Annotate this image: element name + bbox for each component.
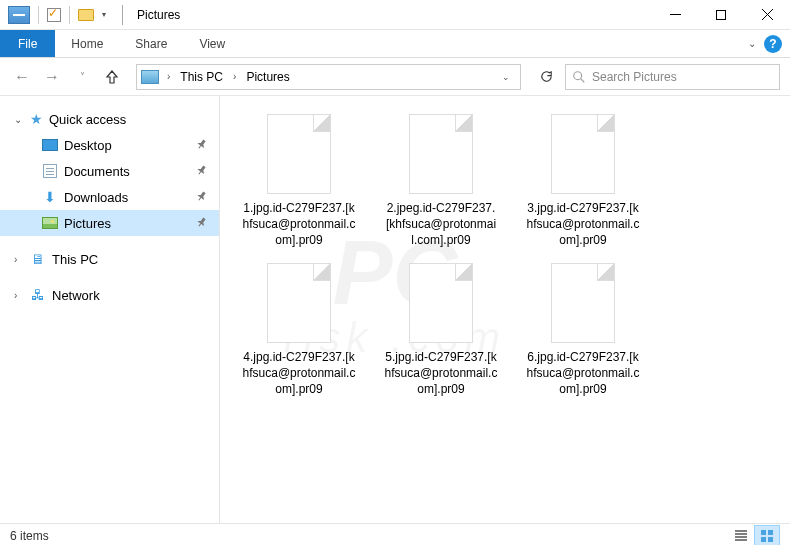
help-icon[interactable]: ? [764, 35, 782, 53]
file-item[interactable]: 2.jpeg.id-C279F237.[khfsuca@protonmail.c… [380, 110, 502, 253]
close-button[interactable] [744, 0, 790, 30]
tab-home[interactable]: Home [55, 30, 119, 57]
pin-icon [196, 216, 207, 231]
document-icon [43, 164, 57, 178]
navigation-pane: ⌄ ★ Quick access Desktop Documents ⬇ Dow… [0, 96, 220, 523]
file-item[interactable]: 1.jpg.id-C279F237.[khfsuca@protonmail.co… [238, 110, 360, 253]
file-item[interactable]: 6.jpg.id-C279F237.[khfsuca@protonmail.co… [522, 259, 644, 402]
pin-icon [196, 138, 207, 153]
sidebar-item-desktop[interactable]: Desktop [0, 132, 219, 158]
details-view-button[interactable] [728, 525, 754, 546]
separator [69, 6, 70, 24]
pictures-icon [42, 217, 58, 229]
status-bar: 6 items [0, 523, 790, 545]
refresh-button[interactable] [533, 64, 559, 90]
sidebar-item-label: Pictures [64, 216, 111, 231]
navigation-bar: ← → ˅ › This PC › Pictures ⌄ Search Pict… [0, 58, 790, 96]
file-name: 6.jpg.id-C279F237.[khfsuca@protonmail.co… [526, 349, 640, 398]
file-icon [551, 114, 615, 194]
sidebar-item-label: Documents [64, 164, 130, 179]
address-bar[interactable]: › This PC › Pictures ⌄ [136, 64, 521, 90]
pc-icon: 🖥 [30, 252, 46, 266]
qat-newfolder-icon[interactable] [78, 9, 94, 21]
window-title: Pictures [137, 8, 180, 22]
tab-share[interactable]: Share [119, 30, 183, 57]
file-tab[interactable]: File [0, 30, 55, 57]
sidebar-item-network[interactable]: › 🖧 Network [0, 282, 219, 308]
expand-icon[interactable]: › [14, 290, 24, 301]
pin-icon [196, 190, 207, 205]
back-button[interactable]: ← [10, 65, 34, 89]
sidebar-item-label: This PC [52, 252, 98, 267]
star-icon: ★ [30, 111, 43, 127]
maximize-button[interactable] [698, 0, 744, 30]
tab-view[interactable]: View [183, 30, 241, 57]
file-list[interactable]: 1.jpg.id-C279F237.[khfsuca@protonmail.co… [220, 96, 790, 523]
search-input[interactable]: Search Pictures [565, 64, 780, 90]
sidebar-item-label: Quick access [49, 112, 126, 127]
sidebar-item-label: Desktop [64, 138, 112, 153]
file-name: 4.jpg.id-C279F237.[khfsuca@protonmail.co… [242, 349, 356, 398]
minimize-button[interactable] [652, 0, 698, 30]
svg-rect-2 [761, 530, 766, 535]
item-count: 6 items [10, 529, 49, 543]
svg-point-0 [574, 71, 582, 79]
chevron-right-icon[interactable]: › [231, 71, 238, 82]
pin-icon [196, 164, 207, 179]
system-menu-icon[interactable] [8, 6, 30, 24]
qat-customize-icon[interactable]: ▾ [100, 10, 108, 19]
file-icon [551, 263, 615, 343]
sidebar-item-label: Downloads [64, 190, 128, 205]
forward-button[interactable]: → [40, 65, 64, 89]
location-icon [141, 70, 159, 84]
chevron-right-icon[interactable]: › [165, 71, 172, 82]
expand-icon[interactable]: › [14, 254, 24, 265]
file-name: 2.jpeg.id-C279F237.[khfsuca@protonmail.c… [384, 200, 498, 249]
sidebar-item-downloads[interactable]: ⬇ Downloads [0, 184, 219, 210]
separator [38, 6, 39, 24]
file-item[interactable]: 3.jpg.id-C279F237.[khfsuca@protonmail.co… [522, 110, 644, 253]
file-item[interactable]: 5.jpg.id-C279F237.[khfsuca@protonmail.co… [380, 259, 502, 402]
ribbon-collapse-icon[interactable]: ⌄ [748, 38, 756, 49]
breadcrumb[interactable]: Pictures [242, 70, 293, 84]
svg-rect-4 [761, 537, 766, 542]
breadcrumb[interactable]: This PC [176, 70, 227, 84]
sidebar-item-label: Network [52, 288, 100, 303]
file-icon [409, 114, 473, 194]
desktop-icon [42, 139, 58, 151]
up-button[interactable] [100, 65, 124, 89]
svg-rect-3 [768, 530, 773, 535]
qat-properties-icon[interactable] [47, 8, 61, 22]
svg-rect-5 [768, 537, 773, 542]
sidebar-item-documents[interactable]: Documents [0, 158, 219, 184]
file-icon [267, 114, 331, 194]
file-icon [267, 263, 331, 343]
sidebar-item-pictures[interactable]: Pictures [0, 210, 219, 236]
svg-line-1 [581, 78, 585, 82]
sidebar-item-this-pc[interactable]: › 🖥 This PC [0, 246, 219, 272]
file-name: 5.jpg.id-C279F237.[khfsuca@protonmail.co… [384, 349, 498, 398]
downloads-icon: ⬇ [42, 190, 58, 204]
sidebar-item-quick-access[interactable]: ⌄ ★ Quick access [0, 106, 219, 132]
large-icons-view-button[interactable] [754, 525, 780, 546]
search-icon [572, 70, 586, 84]
address-dropdown-icon[interactable]: ⌄ [496, 72, 516, 82]
title-bar: ▾ Pictures [0, 0, 790, 30]
file-name: 1.jpg.id-C279F237.[khfsuca@protonmail.co… [242, 200, 356, 249]
ribbon-tabs: File Home Share View ⌄ ? [0, 30, 790, 58]
file-icon [409, 263, 473, 343]
file-item[interactable]: 4.jpg.id-C279F237.[khfsuca@protonmail.co… [238, 259, 360, 402]
recent-locations-icon[interactable]: ˅ [70, 65, 94, 89]
separator [122, 5, 123, 25]
collapse-icon[interactable]: ⌄ [14, 114, 24, 125]
network-icon: 🖧 [30, 288, 46, 302]
search-placeholder: Search Pictures [592, 70, 677, 84]
file-name: 3.jpg.id-C279F237.[khfsuca@protonmail.co… [526, 200, 640, 249]
